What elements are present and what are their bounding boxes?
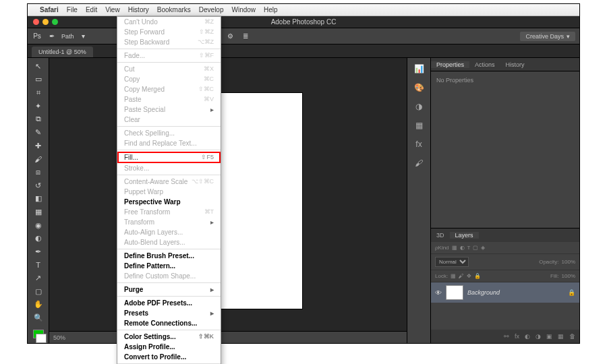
canvas-area (49, 58, 407, 343)
new-layer-icon[interactable]: ▦ (558, 333, 564, 340)
zoom-button[interactable] (52, 19, 58, 25)
tab-properties[interactable]: Properties (431, 61, 469, 68)
pen-tool-icon[interactable]: ✒ (47, 31, 57, 42)
close-button[interactable] (33, 19, 39, 25)
eraser-tool-icon[interactable]: ◧ (31, 193, 46, 204)
menu-item-can-t-undo: Can't Undo⌘Z (117, 17, 221, 27)
menu-item-copy: Copy⌘C (117, 74, 221, 84)
brush-tool-icon[interactable]: 🖌 (31, 153, 46, 164)
menu-item-assign-profile[interactable]: Assign Profile... (117, 342, 221, 352)
menu-item-clear: Clear (117, 115, 221, 125)
fill-label: Fill: (550, 273, 558, 279)
lock-icon: 🔒 (568, 289, 575, 296)
ps-logo-icon[interactable]: Ps (32, 31, 42, 42)
path-tool-icon[interactable]: ↗ (31, 272, 46, 284)
filter-smart-icon[interactable]: ◈ (481, 245, 485, 251)
wand-tool-icon[interactable]: ✦ (31, 100, 46, 112)
type-tool-icon[interactable]: T (31, 260, 46, 271)
zoom-level[interactable]: 50% (53, 334, 65, 341)
menu-item-presets[interactable]: Presets▸ (117, 308, 221, 318)
menu-window[interactable]: Window (232, 6, 256, 13)
filter-type-icon[interactable]: T (467, 245, 471, 251)
layer-row[interactable]: 👁 Background 🔒 (431, 282, 579, 303)
menu-item-color-settings[interactable]: Color Settings...⇧⌘K (117, 332, 221, 342)
lock-paint-icon[interactable]: 🖌 (459, 273, 464, 279)
minimize-button[interactable] (42, 19, 49, 25)
color-icon[interactable]: 🎨 (412, 81, 426, 94)
pen-tool-icon[interactable]: ✒ (31, 246, 46, 257)
menu-item-free-transform: Free Transform⌘T (117, 207, 221, 217)
link-layers-icon[interactable]: ⚯ (504, 333, 509, 340)
trash-icon[interactable]: 🗑 (569, 333, 575, 340)
crop-tool-icon[interactable]: ⧉ (31, 114, 46, 125)
zoom-tool-icon[interactable]: 🔍 (31, 312, 46, 324)
fill-value[interactable]: 100% (562, 273, 575, 279)
adjustment-layer-icon[interactable]: ◑ (536, 333, 541, 340)
brushes-icon[interactable]: 🖌 (412, 156, 426, 170)
options-bar: Ps ✒ Path ▾ ⚙ ≣ Creative Days▾ (28, 28, 579, 44)
menu-item-purge[interactable]: Purge▸ (117, 284, 221, 295)
heal-tool-icon[interactable]: ✚ (31, 140, 46, 152)
menu-help[interactable]: Help (264, 6, 278, 13)
document-tab[interactable]: Untitled-1 @ 50% (32, 47, 93, 57)
menu-item-convert-to-profile[interactable]: Convert to Profile... (117, 352, 221, 362)
layers-lock-row: Lock: ▦ 🖌 ✥ 🔒 Fill: 100% (431, 270, 579, 282)
tab-history[interactable]: History (500, 61, 530, 68)
gear-icon[interactable]: ⚙ (225, 31, 236, 42)
menu-history[interactable]: History (128, 6, 149, 13)
lock-all-icon[interactable]: 🔒 (474, 273, 481, 279)
styles-icon[interactable]: fx (412, 138, 426, 151)
menu-item-remote-connections[interactable]: Remote Connections... (117, 318, 221, 328)
opacity-value[interactable]: 100% (562, 259, 575, 265)
menu-item-auto-blend-layers: Auto-Blend Layers... (117, 237, 221, 247)
move-tool-icon[interactable]: ↖ (31, 61, 46, 72)
workspace-switcher[interactable]: Creative Days▾ (520, 32, 575, 41)
shape-tool-icon[interactable]: ▢ (31, 286, 46, 297)
histogram-icon[interactable]: 📊 (412, 62, 426, 75)
filter-pixel-icon[interactable]: ▦ (452, 245, 457, 251)
marquee-tool-icon[interactable]: ▭ (31, 74, 46, 86)
group-icon[interactable]: ▣ (546, 333, 552, 340)
menu-edit[interactable]: Edit (86, 6, 97, 13)
menu-item-define-brush-preset[interactable]: Define Brush Preset... (117, 251, 221, 261)
align-icon[interactable]: ≣ (240, 31, 251, 42)
menu-item-adobe-pdf-presets[interactable]: Adobe PDF Presets... (117, 298, 221, 308)
background-color[interactable] (36, 334, 47, 343)
menu-develop[interactable]: Develop (199, 6, 224, 13)
toolbox: ↖ ▭ ⌗ ✦ ⧉ ✎ ✚ 🖌 ⧇ ↺ ◧ ▦ ◉ ◐ ✒ T ↗ ▢ ✋ 🔍 (28, 58, 49, 343)
blend-mode-select[interactable]: Normal (435, 257, 469, 267)
menu-file[interactable]: File (67, 6, 78, 13)
layer-fx-icon[interactable]: fx (515, 333, 519, 340)
layers-filter-row: ρKind ▦ ◐ T ▢ ◈ (431, 242, 579, 254)
history-brush-icon[interactable]: ↺ (31, 180, 46, 191)
menu-view[interactable]: View (105, 6, 120, 13)
menu-item-fill[interactable]: Fill...⇧F5 (117, 152, 221, 163)
dodge-tool-icon[interactable]: ◐ (31, 233, 46, 244)
layers-panel: 3D Layers ρKind ▦ ◐ T ▢ ◈ Normal Opacity… (431, 228, 579, 343)
blur-tool-icon[interactable]: ◉ (31, 220, 46, 231)
hand-tool-icon[interactable]: ✋ (31, 299, 46, 311)
lock-position-icon[interactable]: ✥ (467, 273, 471, 279)
tab-3d[interactable]: 3D (431, 232, 450, 239)
menu-item-define-pattern[interactable]: Define Pattern... (117, 261, 221, 271)
eyedropper-tool-icon[interactable]: ✎ (31, 127, 46, 138)
lasso-tool-icon[interactable]: ⌗ (31, 87, 46, 98)
tab-layers[interactable]: Layers (450, 232, 479, 239)
swatches-icon[interactable]: ▦ (412, 119, 426, 132)
tab-actions[interactable]: Actions (469, 61, 500, 68)
layer-name[interactable]: Background (467, 289, 500, 296)
filter-shape-icon[interactable]: ▢ (473, 245, 478, 251)
layer-mask-icon[interactable]: ◐ (525, 333, 530, 340)
adjustments-icon[interactable]: ◑ (412, 100, 426, 113)
menu-item-perspective-warp[interactable]: Perspective Warp (117, 197, 221, 207)
lock-transparent-icon[interactable]: ▦ (451, 273, 456, 279)
stamp-tool-icon[interactable]: ⧇ (31, 166, 46, 178)
menu-safari[interactable]: Safari (40, 6, 59, 13)
gradient-tool-icon[interactable]: ▦ (31, 206, 46, 218)
layer-thumbnail[interactable] (446, 285, 463, 300)
menu-item-step-backward: Step Backward⌥⌘Z (117, 37, 221, 47)
chevron-down-icon[interactable]: ▾ (78, 31, 89, 42)
menu-bookmarks[interactable]: Bookmarks (157, 6, 191, 13)
visibility-icon[interactable]: 👁 (435, 289, 442, 297)
filter-adj-icon[interactable]: ◐ (460, 245, 465, 251)
